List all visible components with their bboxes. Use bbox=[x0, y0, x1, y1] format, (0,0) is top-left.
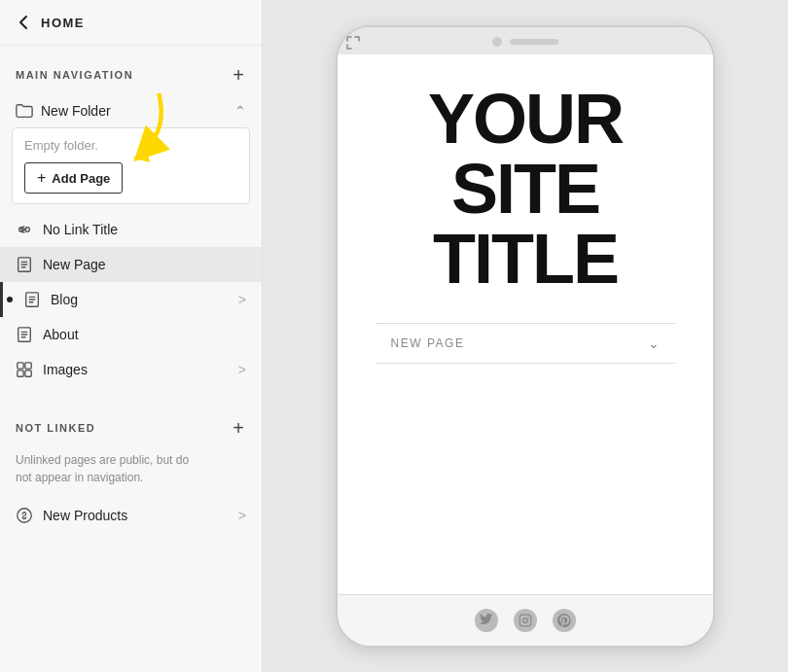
phone-camera bbox=[492, 37, 502, 47]
folder-row[interactable]: New Folder ⌃ bbox=[0, 94, 262, 127]
add-page-label: Add Page bbox=[52, 171, 110, 186]
folder-icon bbox=[16, 102, 33, 120]
add-main-nav-button[interactable]: + bbox=[231, 65, 246, 85]
home-label: HOME bbox=[41, 16, 85, 30]
phone-nav-label: NEW PAGE bbox=[391, 336, 465, 350]
phone-speaker bbox=[510, 39, 558, 45]
main-nav-header: MAIN NAVIGATION + bbox=[0, 46, 262, 94]
back-arrow-icon[interactable] bbox=[16, 14, 33, 31]
phone-frame: YOUR SITE TITLE NEW PAGE ⌄ bbox=[336, 25, 715, 648]
nav-item-nolink[interactable]: No Link Title bbox=[0, 212, 262, 247]
nav-item-blog[interactable]: Blog > bbox=[0, 282, 262, 317]
products-chevron-icon: > bbox=[238, 508, 246, 523]
svg-rect-8 bbox=[25, 363, 31, 369]
not-linked-title: NOT LINKED bbox=[16, 422, 95, 434]
preview-area: YOUR SITE TITLE NEW PAGE ⌄ bbox=[263, 0, 788, 672]
nav-blog-label: Blog bbox=[51, 292, 229, 307]
pinterest-icon bbox=[553, 609, 576, 632]
phone-nav-chevron-icon: ⌄ bbox=[648, 336, 660, 351]
unlinked-description: Unlinked pages are public, but do not ap… bbox=[0, 447, 262, 498]
twitter-icon bbox=[475, 609, 498, 632]
site-title-line3: TITLE bbox=[428, 224, 623, 294]
blog-chevron-icon: > bbox=[238, 292, 246, 307]
phone-nav-bar[interactable]: NEW PAGE ⌄ bbox=[376, 323, 676, 364]
nav-item-about[interactable]: About bbox=[0, 317, 262, 352]
svg-point-14 bbox=[528, 617, 529, 618]
svg-rect-7 bbox=[18, 363, 23, 369]
link-icon bbox=[16, 221, 33, 238]
phone-top-bar bbox=[338, 27, 713, 54]
sidebar: HOME MAIN NAVIGATION + New Folder ⌃ Empt… bbox=[0, 0, 263, 672]
nav-products-label: New Products bbox=[43, 508, 229, 523]
svg-point-2 bbox=[25, 228, 30, 232]
phone-bottom-bar bbox=[338, 594, 713, 646]
main-nav-title: MAIN NAVIGATION bbox=[16, 69, 133, 81]
nav-item-images[interactable]: Images > bbox=[0, 352, 262, 387]
not-linked-section: NOT LINKED + Unlinked pages are public, … bbox=[0, 399, 262, 498]
nav-nolink-label: No Link Title bbox=[43, 222, 246, 237]
nav-item-products[interactable]: New Products > bbox=[0, 498, 262, 533]
nav-newpage-label: New Page bbox=[43, 257, 246, 272]
grid-icon bbox=[16, 361, 33, 378]
folder-label: New Folder bbox=[41, 103, 227, 119]
svg-rect-12 bbox=[519, 615, 531, 626]
dollar-icon bbox=[16, 507, 33, 524]
phone-content: YOUR SITE TITLE NEW PAGE ⌄ bbox=[338, 54, 713, 594]
svg-rect-10 bbox=[25, 371, 31, 376]
nav-about-label: About bbox=[43, 327, 246, 342]
folder-chevron-icon[interactable]: ⌃ bbox=[234, 103, 246, 119]
page-icon-newpage bbox=[16, 256, 33, 273]
sidebar-header: HOME bbox=[0, 0, 262, 46]
site-title-line2: SITE bbox=[428, 154, 623, 224]
svg-rect-9 bbox=[18, 371, 23, 376]
folder-dropdown: Empty folder. + Add Page bbox=[12, 127, 250, 204]
page-icon-blog bbox=[23, 291, 41, 308]
home-dot-indicator bbox=[7, 297, 13, 302]
nav-item-newpage[interactable]: New Page bbox=[0, 247, 262, 282]
site-title-line1: YOUR bbox=[428, 84, 623, 154]
site-title: YOUR SITE TITLE bbox=[409, 54, 642, 313]
svg-point-13 bbox=[523, 618, 528, 622]
add-page-button[interactable]: + Add Page bbox=[24, 162, 123, 194]
instagram-icon bbox=[514, 609, 537, 632]
nav-images-label: Images bbox=[43, 362, 229, 377]
resize-handle-icon[interactable] bbox=[345, 35, 361, 51]
empty-folder-text: Empty folder. bbox=[24, 138, 237, 153]
add-not-linked-button[interactable]: + bbox=[231, 418, 246, 438]
page-icon-about bbox=[16, 326, 33, 343]
images-chevron-icon: > bbox=[238, 362, 246, 377]
not-linked-header: NOT LINKED + bbox=[0, 399, 262, 447]
arrow-annotation: + Add Page bbox=[24, 162, 123, 194]
